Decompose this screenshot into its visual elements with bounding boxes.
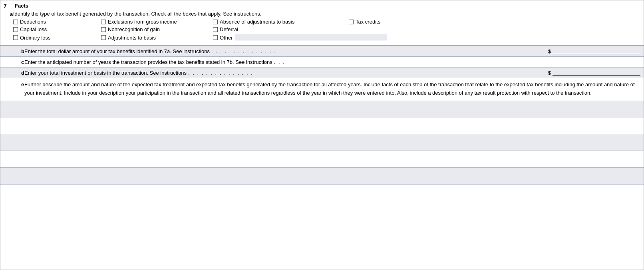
checkbox-row-1: Deductions Exclusions from gross income … xyxy=(13,19,640,25)
row-d-dots: . . . . . . . . . . . . . . . xyxy=(188,70,547,76)
checkbox-other-label: Other xyxy=(220,35,233,41)
row-e: e Further describe the amount and nature… xyxy=(0,78,644,101)
row-d: d Enter your total investment or basis i… xyxy=(0,67,644,78)
checkbox-nonrecognition-input[interactable] xyxy=(101,27,106,32)
checkbox-capitalloss-label: Capital loss xyxy=(20,26,47,32)
checkbox-ordinaryloss-label: Ordinary loss xyxy=(20,35,51,41)
row-e-content: Further describe the amount and nature o… xyxy=(24,81,640,97)
checkbox-taxcredits: Tax credits xyxy=(349,19,380,25)
checkbox-ordinaryloss-input[interactable] xyxy=(13,35,18,40)
checkbox-adjustments-input[interactable] xyxy=(101,35,106,40)
row-a: a Identify the type of tax benefit gener… xyxy=(4,11,640,44)
line-6 xyxy=(0,185,644,201)
checkbox-other-input[interactable] xyxy=(213,35,218,40)
section-number: 7 xyxy=(4,3,15,9)
row-e-text: Further describe the amount and nature o… xyxy=(24,81,635,96)
row-b-dots: . . . . . . . . . . . . . . . xyxy=(211,48,547,54)
row-c: c Enter the anticipated number of years … xyxy=(0,56,644,67)
checkbox-deductions: Deductions xyxy=(13,19,101,25)
row-c-text: Enter the anticipated number of years th… xyxy=(24,59,272,65)
checkbox-absence-input[interactable] xyxy=(213,20,218,24)
checkbox-row-3: Ordinary loss Adjustments to basis Other xyxy=(13,34,640,41)
checkbox-adjustments-label: Adjustments to basis xyxy=(108,35,156,41)
checkbox-deductions-label: Deductions xyxy=(20,19,46,25)
checkbox-absence: Absence of adjustments to basis xyxy=(213,19,349,25)
form-container: 7 Facts a Identify the type of tax benef… xyxy=(0,0,644,270)
checkbox-deferral-label: Deferral xyxy=(220,26,238,32)
checkbox-nonrecognition-label: Nonrecognition of gain xyxy=(108,26,160,32)
other-row: Other xyxy=(213,34,387,41)
row-b-label: b xyxy=(15,48,24,54)
row-b-dollar: $ xyxy=(548,48,551,54)
checkbox-row-2: Capital loss Nonrecognition of gain Defe… xyxy=(13,26,640,32)
section-title: Facts xyxy=(15,3,28,9)
row-d-content: Enter your total investment or basis in … xyxy=(24,69,640,76)
checkbox-capitalloss: Capital loss xyxy=(13,26,101,32)
row-b: b Enter the total dollar amount of your … xyxy=(0,46,644,56)
checkbox-exclusions-input[interactable] xyxy=(101,20,106,24)
row-a-label: a xyxy=(4,11,13,17)
row-b-content: Enter the total dollar amount of your ta… xyxy=(24,48,640,54)
checkbox-other: Other xyxy=(213,35,233,41)
checkbox-deferral: Deferral xyxy=(213,26,349,32)
checkbox-exclusions-label: Exclusions from gross income xyxy=(108,19,177,25)
row-d-answer[interactable] xyxy=(553,69,640,76)
checkbox-deferral-input[interactable] xyxy=(213,27,218,32)
checkbox-adjustments: Adjustments to basis xyxy=(101,35,213,41)
line-2 xyxy=(0,117,644,134)
line-5 xyxy=(0,168,644,185)
row-c-answer[interactable] xyxy=(553,59,640,65)
row-c-content: Enter the anticipated number of years th… xyxy=(24,59,640,65)
checkbox-exclusions: Exclusions from gross income xyxy=(101,19,213,25)
checkbox-taxcredits-input[interactable] xyxy=(349,20,354,24)
row-d-label: d xyxy=(15,70,24,76)
section-7: 7 Facts a Identify the type of tax benef… xyxy=(0,0,644,46)
checkbox-taxcredits-label: Tax credits xyxy=(356,19,380,25)
checkbox-absence-label: Absence of adjustments to basis xyxy=(220,19,294,25)
line-3 xyxy=(0,134,644,151)
row-c-label: c xyxy=(15,59,24,65)
other-text-input[interactable] xyxy=(235,34,387,41)
row-a-content: Identify the type of tax benefit generat… xyxy=(13,11,640,44)
row-a-intro: Identify the type of tax benefit generat… xyxy=(13,11,640,17)
line-4 xyxy=(0,151,644,168)
row-c-dots: . . . xyxy=(274,59,285,65)
section-header-row: 7 Facts xyxy=(4,3,640,9)
row-d-dollar: $ xyxy=(548,70,551,76)
checkbox-ordinaryloss: Ordinary loss xyxy=(13,35,101,41)
row-b-answer[interactable] xyxy=(553,48,640,54)
checkbox-capitalloss-input[interactable] xyxy=(13,27,18,32)
row-b-text: Enter the total dollar amount of your ta… xyxy=(24,48,210,54)
lined-section xyxy=(0,101,644,201)
row-d-text: Enter your total investment or basis in … xyxy=(24,70,187,76)
checkbox-nonrecognition: Nonrecognition of gain xyxy=(101,26,213,32)
row-e-label: e xyxy=(15,81,24,87)
line-1 xyxy=(0,101,644,117)
checkbox-deductions-input[interactable] xyxy=(13,20,18,24)
